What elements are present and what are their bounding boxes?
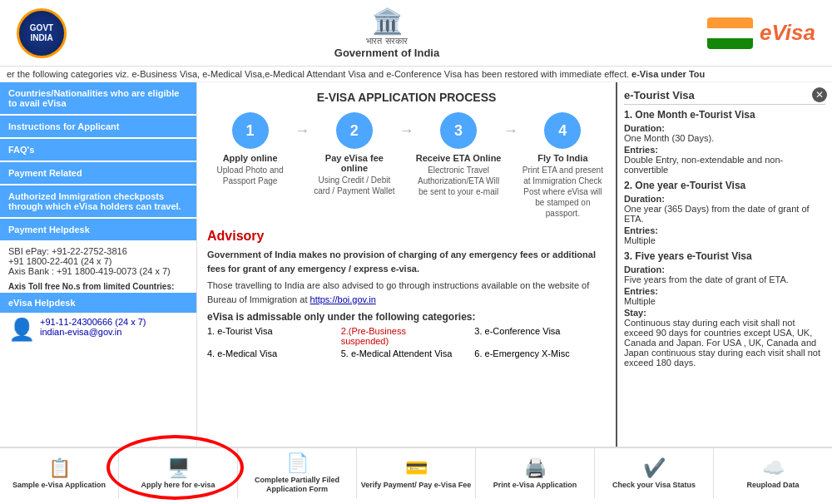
bottom-btn-reupload[interactable]: ☁️ Reupload Data (714, 448, 832, 498)
sidebar-item-instructions[interactable]: Instructions for Applicant (0, 116, 196, 137)
step-3: 3 Receive ETA Online Electronic Travel A… (416, 112, 502, 197)
arrow-2: → (398, 122, 416, 140)
visa-type-3-duration: Five years from the date of grant of ETA… (624, 274, 825, 284)
right-panel: e-Tourist Visa ✕ 1. One Month e-Tourist … (616, 82, 832, 447)
header-logo-right: eVisa (707, 17, 815, 49)
cat-6: 6. e-Emergency X-Misc (474, 348, 606, 358)
step-3-circle: 3 (440, 112, 477, 149)
cat-3: 3. e-Conference Visa (474, 326, 606, 346)
sidebar-toll: Axis Toll free No.s from limited Countri… (0, 280, 196, 293)
sidebar-item-faq[interactable]: FAQ's (0, 139, 196, 161)
step-3-title: Receive ETA Online (416, 153, 502, 163)
advisory-title: Advisory (207, 229, 606, 244)
step-4: 4 Fly To India Print ETA and present at … (520, 112, 606, 219)
bottom-bar: 📋 Sample e-Visa Application 🖥️ Apply her… (0, 447, 832, 498)
cat-5: 5. e-Medical Attendent Visa (341, 348, 473, 358)
complete-icon: 📄 (286, 452, 309, 474)
visa-type-3: 3. Five years e-Tourist Visa Duration: F… (624, 250, 825, 368)
header: GOVTINDIA 🏛️ भारत सरकार Government of In… (0, 0, 832, 67)
content-area: E-VISA APPLICATION PROCESS 1 Apply onlin… (197, 82, 616, 447)
advisory-para2: Those travelling to India are also advis… (207, 279, 606, 306)
bottom-btn-sample[interactable]: 📋 Sample e-Visa Application (0, 448, 119, 498)
bottom-btn-complete[interactable]: 📄 Complete Partially Filed Application F… (238, 448, 357, 498)
categories-title: eVisa is admissable only under the follo… (207, 311, 606, 323)
header-emblem: 🏛️ (334, 7, 439, 36)
visa-type-2-entries-label: Entries: (624, 225, 825, 235)
step-4-desc: Print ETA and present at Immigration Che… (520, 165, 606, 219)
step-2: 2 Pay eVisa fee online Using Credit / De… (311, 112, 397, 196)
print-icon: 🖨️ (524, 457, 547, 479)
sidebar-item-helpdesk: Payment Helpdesk (0, 219, 196, 240)
step-2-title: Pay eVisa fee online (311, 153, 397, 173)
sidebar-item-payment[interactable]: Payment Related (0, 162, 196, 184)
visa-type-1: 1. One Month e-Tourist Visa Duration: On… (624, 109, 825, 175)
cat-1: 1. e-Tourist Visa (207, 326, 339, 346)
step-2-circle: 2 (336, 112, 373, 149)
visa-type-1-duration: One Month (30 Days). (624, 133, 825, 143)
header-subtitle: भारत सरकार (334, 36, 439, 47)
visa-type-3-stay: Continuous stay during each visit shall … (624, 318, 825, 368)
visa-type-2-heading: 2. One year e-Tourist Visa (624, 180, 825, 191)
marquee-bar: er the following categories viz. e-Busin… (0, 67, 832, 82)
right-panel-close[interactable]: ✕ (812, 87, 827, 102)
sidebar-contact-info: SBI ePay: +91-22-2752-3816 +91 1800-22-4… (0, 242, 196, 280)
evisa-logo: eVisa (760, 20, 815, 46)
visa-type-1-heading: 1. One Month e-Tourist Visa (624, 109, 825, 121)
sidebar-item-immigration[interactable]: Authorized Immigration checkposts throug… (0, 185, 196, 217)
sample-label: Sample e-Visa Application (12, 481, 106, 490)
visa-type-1-entries: Double Entry, non-extendable and non-con… (624, 155, 825, 175)
bottom-btn-check[interactable]: ✔️ Check your Visa Status (595, 448, 714, 498)
cat-4: 4. e-Medical Visa (207, 348, 339, 358)
process-title: E-VISA APPLICATION PROCESS (207, 91, 606, 104)
visa-type-3-stay-label: Stay: (624, 308, 825, 318)
step-4-title: Fly To India (537, 153, 587, 163)
step-2-desc: Using Credit / Debit card / Payment Wall… (311, 175, 397, 196)
verify-label: Verify Payment/ Pay e-Visa Fee (361, 481, 471, 490)
sidebar-axis: Axis Bank : +91 1800-419-0073 (24 x 7) (8, 266, 188, 276)
visa-type-2-entries: Multiple (624, 235, 825, 245)
visa-type-2-duration-label: Duration: (624, 194, 825, 204)
process-steps: 1 Apply online Upload Photo and Passport… (207, 112, 606, 219)
visa-type-2-duration: One year (365 Days) from the date of gra… (624, 204, 825, 224)
visa-type-3-duration-label: Duration: (624, 264, 825, 274)
check-label: Check your Visa Status (612, 481, 696, 490)
arrow-3: → (502, 122, 520, 140)
sidebar-sbi2: +91 1800-22-401 (24 x 7) (8, 256, 188, 266)
cat-2: 2.(Pre-Businesssuspended) (341, 326, 473, 346)
step-1: 1 Apply online Upload Photo and Passport… (207, 112, 293, 186)
visa-type-1-duration-label: Duration: (624, 123, 825, 133)
apply-icon: 🖥️ (167, 457, 190, 479)
apply-label: Apply here for e-visa (141, 481, 215, 490)
step-1-circle: 1 (232, 112, 269, 149)
header-logo-left: GOVTINDIA (17, 8, 67, 58)
sidebar-evisa-helpdesk: eVisa Helpdesk (0, 293, 196, 313)
header-center: 🏛️ भारत सरकार Government of India (334, 7, 439, 59)
step-1-desc: Upload Photo and Passport Page (207, 165, 293, 186)
bottom-btn-verify[interactable]: 💳 Verify Payment/ Pay e-Visa Fee (357, 448, 476, 498)
sidebar: Countries/Nationalities who are eligible… (0, 82, 197, 447)
step-1-title: Apply online (223, 153, 278, 163)
reupload-icon: ☁️ (762, 457, 785, 479)
advisory-para1: Government of India makes no provision o… (207, 248, 606, 275)
helpdesk-phone: +91-11-24300666 (24 x 7) (40, 317, 146, 327)
complete-label: Complete Partially Filed Application For… (240, 476, 354, 494)
step-3-desc: Electronic Travel Authorization/ETA Will… (416, 165, 502, 197)
bottom-btn-print[interactable]: 🖨️ Print e-Visa Application (476, 448, 595, 498)
sidebar-helpdesk-contact: 👤 +91-11-24300666 (24 x 7) indian-evisa@… (0, 313, 196, 347)
print-label: Print e-Visa Application (493, 481, 577, 490)
visa-type-3-heading: 3. Five years e-Tourist Visa (624, 250, 825, 262)
visa-type-1-entries-label: Entries: (624, 145, 825, 155)
visa-type-3-entries-label: Entries: (624, 286, 825, 296)
reupload-label: Reupload Data (746, 481, 799, 490)
check-icon: ✔️ (643, 457, 666, 479)
sample-icon: 📋 (48, 457, 71, 479)
helpdesk-email: indian-evisa@gov.in (40, 327, 146, 337)
bottom-btn-apply[interactable]: 🖥️ Apply here for e-visa (119, 448, 238, 498)
marquee-bold: e-Visa under Tou (631, 69, 705, 79)
step-4-circle: 4 (544, 112, 581, 149)
visa-type-2: 2. One year e-Tourist Visa Duration: One… (624, 180, 825, 245)
visa-type-3-entries: Multiple (624, 296, 825, 306)
sidebar-sbi: SBI ePay: +91-22-2752-3816 (8, 246, 188, 256)
advisory-link[interactable]: https://boi.gov.in (310, 294, 376, 304)
sidebar-item-countries[interactable]: Countries/Nationalities who are eligible… (0, 82, 196, 114)
